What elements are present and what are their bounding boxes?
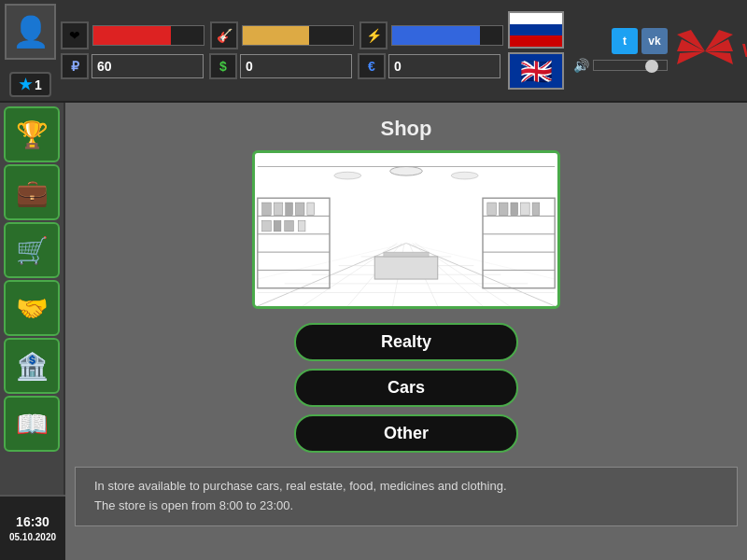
svg-point-47 [334, 172, 361, 179]
energy-bar-container [391, 25, 503, 46]
rub-icon: ₽ [61, 53, 89, 79]
logo-area: WENAYSTUDIO [672, 25, 747, 77]
dollar-currency: $ 0 [209, 53, 352, 79]
svg-rect-27 [262, 203, 272, 216]
health-stat: ❤ [61, 21, 204, 49]
guitar-stat: 🎸 [210, 21, 354, 49]
svg-rect-31 [307, 203, 315, 216]
euro-value-bar: 0 [388, 54, 500, 78]
shop-title: Shop [381, 117, 432, 141]
shop-image [252, 150, 560, 309]
clock-date: 05.10.2020 [9, 531, 56, 543]
svg-rect-42 [499, 203, 508, 216]
svg-rect-41 [487, 203, 497, 216]
euro-currency: € 0 [358, 53, 500, 79]
russian-flag-button[interactable] [508, 11, 564, 49]
svg-rect-44 [521, 203, 530, 216]
logo-wenay: WENAYSTUDIO [742, 40, 747, 62]
cars-button[interactable]: Cars [294, 369, 518, 407]
shop-description: In store available to purchase cars, rea… [75, 467, 738, 526]
energy-stat: ⚡ [359, 21, 503, 49]
svg-rect-35 [298, 220, 305, 231]
main-content: Shop [65, 103, 747, 560]
svg-rect-49 [374, 257, 438, 279]
sidebar-item-trophy[interactable]: 🏆 [4, 106, 60, 162]
svg-rect-45 [532, 203, 540, 216]
clock-box: 16:30 05.10.2020 [0, 495, 65, 560]
lightning-icon: ⚡ [359, 21, 388, 49]
sidebar-item-briefcase[interactable]: 💼 [4, 164, 60, 220]
logo: WENAYSTUDIO [672, 25, 747, 77]
realty-button[interactable]: Realty [294, 323, 518, 361]
stats-top: ❤ 🎸 ⚡ [61, 21, 503, 49]
svg-rect-34 [285, 220, 294, 231]
svg-marker-5 [705, 51, 733, 64]
top-bar: 👤 ★ 1 ❤ 🎸 [0, 0, 747, 103]
svg-rect-33 [274, 220, 281, 231]
sidebar: 🏆 💼 🛒 🤝 🏦 📖 16:30 05.10.2020 [0, 103, 65, 560]
health-bar-container [92, 25, 204, 46]
guitar-icon: 🎸 [210, 21, 238, 49]
guitar-bar [243, 26, 309, 45]
other-button[interactable]: Other [294, 414, 518, 453]
sidebar-item-handshake[interactable]: 🤝 [4, 280, 60, 336]
health-bar [93, 26, 171, 45]
svg-rect-29 [286, 203, 293, 216]
flags-area [508, 11, 564, 90]
sidebar-item-book[interactable]: 📖 [4, 396, 60, 452]
logo-wings-svg [672, 25, 738, 77]
sound-icon: 🔊 [573, 58, 589, 73]
sidebar-item-cart[interactable]: 🛒 [4, 222, 60, 278]
sound-control: 🔊 [573, 58, 668, 73]
svg-rect-32 [262, 220, 272, 231]
star-icon: ★ [19, 76, 32, 93]
rub-currency: ₽ 60 [61, 53, 204, 79]
vk-button[interactable]: vk [641, 28, 668, 54]
uk-flag-button[interactable] [508, 52, 564, 90]
logo-text-area: WENAYSTUDIO [742, 40, 747, 62]
svg-rect-50 [384, 252, 429, 257]
shop-illustration-svg [255, 153, 557, 306]
star-count: 1 [35, 77, 42, 92]
sound-bar[interactable] [593, 60, 668, 71]
sound-knob[interactable] [645, 60, 658, 73]
clock-time: 16:30 [16, 513, 49, 530]
energy-bar [392, 26, 480, 45]
twitter-button[interactable]: t [612, 28, 638, 54]
stats-bottom: ₽ 60 $ 0 € 0 [61, 53, 503, 79]
avatar-box[interactable]: 👤 [5, 4, 56, 60]
euro-icon: € [358, 53, 386, 79]
avatar-icon: 👤 [12, 14, 49, 49]
heart-icon: ❤ [61, 21, 89, 49]
dollar-icon: $ [209, 53, 237, 79]
sidebar-item-bank[interactable]: 🏦 [4, 338, 60, 394]
svg-marker-2 [677, 51, 705, 64]
svg-point-46 [390, 166, 423, 175]
guitar-bar-container [242, 25, 354, 46]
dollar-value-bar: 0 [240, 54, 352, 78]
svg-rect-43 [511, 203, 518, 216]
social-sound-area: t vk 🔊 [573, 28, 668, 73]
avatar-area: 👤 ★ 1 [5, 4, 56, 97]
description-line1: In store available to purchase cars, rea… [94, 477, 718, 497]
star-badge: ★ 1 [9, 72, 51, 97]
svg-rect-28 [274, 203, 283, 216]
shop-buttons: Realty Cars Other [294, 323, 518, 453]
svg-point-48 [451, 172, 478, 179]
rub-value-bar: 60 [92, 54, 204, 78]
svg-rect-30 [295, 203, 304, 216]
stats-area: ❤ 🎸 ⚡ [61, 21, 503, 79]
description-line2: The store is open from 8:00 to 23:00. [94, 497, 718, 516]
